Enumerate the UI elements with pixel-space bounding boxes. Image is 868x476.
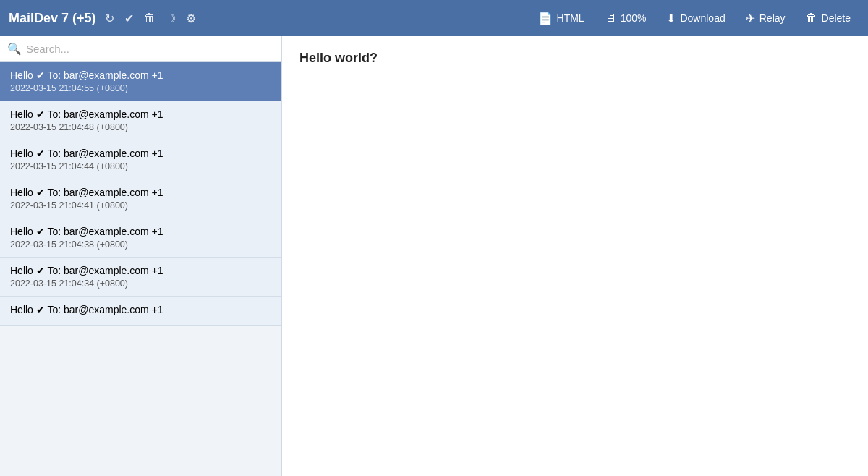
moon-icon[interactable]: ☽ <box>166 12 176 25</box>
email-item-subject: Hello ✔ To: bar@example.com +1 <box>10 69 271 81</box>
email-item-subject: Hello ✔ To: bar@example.com +1 <box>10 265 271 276</box>
sidebar: 🔍 Hello ✔ To: bar@example.com +12022-03-… <box>0 36 282 476</box>
email-item-timestamp: 2022-03-15 21:04:38 (+0800) <box>10 239 271 250</box>
html-view-button[interactable]: 📄 HTML <box>529 7 593 30</box>
relay-button[interactable]: ✈ Relay <box>737 7 794 30</box>
email-list-item[interactable]: Hello ✔ To: bar@example.com +12022-03-15… <box>0 179 281 218</box>
search-bar: 🔍 <box>0 36 281 62</box>
email-list-item[interactable]: Hello ✔ To: bar@example.com +12022-03-15… <box>0 62 281 101</box>
email-item-timestamp: 2022-03-15 21:04:48 (+0800) <box>10 122 271 132</box>
settings-icon[interactable]: ⚙ <box>186 12 196 25</box>
zoom-label: 100% <box>621 12 647 24</box>
navbar-actions: 📄 HTML 🖥 100% ⬇ Download ✈ Relay 🗑 Delet… <box>529 7 859 30</box>
email-item-timestamp: 2022-03-15 21:04:55 (+0800) <box>10 83 271 93</box>
refresh-icon[interactable]: ↻ <box>105 12 114 25</box>
email-item-subject: Hello ✔ To: bar@example.com +1 <box>10 187 271 198</box>
brand-title: MailDev 7 (+5) <box>9 11 96 26</box>
email-item-timestamp: 2022-03-15 21:04:41 (+0800) <box>10 200 271 211</box>
email-list-item[interactable]: Hello ✔ To: bar@example.com +1 <box>0 297 281 326</box>
email-item-timestamp: 2022-03-15 21:04:34 (+0800) <box>10 279 271 289</box>
delete-button[interactable]: 🗑 Delete <box>797 7 859 29</box>
search-input[interactable] <box>26 43 274 55</box>
content-area: Hello world? <box>282 36 868 476</box>
email-list-item[interactable]: Hello ✔ To: bar@example.com +12022-03-15… <box>0 140 281 179</box>
search-icon: 🔍 <box>7 42 22 56</box>
email-list: Hello ✔ To: bar@example.com +12022-03-15… <box>0 62 281 476</box>
download-icon: ⬇ <box>666 12 676 25</box>
download-button[interactable]: ⬇ Download <box>658 7 733 30</box>
email-item-subject: Hello ✔ To: bar@example.com +1 <box>10 148 271 159</box>
navbar-icon-group: ↻ ✔ 🗑 ☽ ⚙ <box>105 12 196 25</box>
monitor-icon: 🖥 <box>605 12 616 25</box>
trash-icon: 🗑 <box>806 12 817 25</box>
email-item-subject: Hello ✔ To: bar@example.com +1 <box>10 109 271 120</box>
main-container: 🔍 Hello ✔ To: bar@example.com +12022-03-… <box>0 36 868 476</box>
delete-all-icon[interactable]: 🗑 <box>144 12 156 25</box>
email-list-item[interactable]: Hello ✔ To: bar@example.com +12022-03-15… <box>0 258 281 297</box>
navbar: MailDev 7 (+5) ↻ ✔ 🗑 ☽ ⚙ 📄 HTML 🖥 100% ⬇… <box>0 0 868 36</box>
relay-label: Relay <box>760 12 786 24</box>
email-item-subject: Hello ✔ To: bar@example.com +1 <box>10 226 271 237</box>
email-list-item[interactable]: Hello ✔ To: bar@example.com +12022-03-15… <box>0 218 281 258</box>
email-item-timestamp: 2022-03-15 21:04:44 (+0800) <box>10 161 271 171</box>
delete-label: Delete <box>822 12 851 24</box>
email-item-subject: Hello ✔ To: bar@example.com +1 <box>10 304 271 315</box>
email-list-item[interactable]: Hello ✔ To: bar@example.com +12022-03-15… <box>0 101 281 140</box>
html-icon: 📄 <box>538 12 553 25</box>
zoom-button[interactable]: 🖥 100% <box>596 7 655 29</box>
check-all-icon[interactable]: ✔ <box>124 12 134 25</box>
email-subject-title: Hello world? <box>299 51 851 66</box>
html-label: HTML <box>557 12 584 24</box>
download-label: Download <box>680 12 725 24</box>
relay-icon: ✈ <box>746 12 755 25</box>
